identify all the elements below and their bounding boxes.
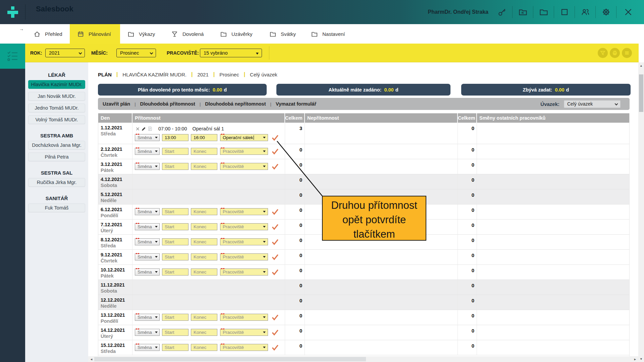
confirm-check-button[interactable] (272, 209, 278, 215)
confirm-check-button[interactable] (272, 148, 278, 155)
staff-item[interactable]: Jedno Tomáš MUDr. (28, 104, 85, 112)
back-arrow-icon[interactable]: → (19, 26, 24, 32)
year-select[interactable]: 2021 (45, 49, 85, 57)
end-time-input[interactable]: Konec (191, 344, 217, 351)
scroll-up-arrow[interactable]: ▲ (640, 64, 643, 67)
workplace-combo[interactable]: Pracoviště (220, 208, 268, 215)
folder-n-icon[interactable]: N (513, 0, 533, 24)
start-time-input[interactable]: Start (162, 268, 189, 276)
nav-tab[interactable]: Nastavení (304, 24, 347, 44)
confirm-check-button[interactable] (272, 345, 278, 351)
workplace-combo[interactable]: Pracoviště (220, 238, 268, 245)
workplace-combo[interactable]: Pracoviště (220, 253, 268, 260)
end-time-input[interactable]: Konec (191, 268, 217, 276)
staff-item[interactable]: Jan Novák MUDr. (28, 92, 85, 101)
close-icon[interactable] (616, 0, 640, 24)
confirm-check-button[interactable] (272, 254, 278, 260)
end-time-input[interactable]: Konec (191, 223, 217, 230)
start-time-input[interactable]: Start (162, 163, 189, 170)
scroll-right-arrow[interactable]: ► (634, 358, 637, 361)
start-time-input[interactable]: Start (162, 314, 189, 321)
start-time-input[interactable]: 13:00 (162, 134, 189, 141)
users-icon[interactable] (575, 0, 595, 24)
nav-tab[interactable]: Uzávěrky (213, 24, 262, 44)
print-icon[interactable] (610, 48, 620, 58)
key-icon[interactable] (492, 0, 512, 24)
edit-entry-icon[interactable] (142, 127, 146, 131)
end-time-input[interactable]: Konec (191, 253, 217, 260)
end-time-input[interactable]: Konec (191, 208, 217, 215)
start-time-input[interactable]: Start (162, 238, 189, 245)
app-logo[interactable] (0, 0, 25, 24)
end-time-input[interactable]: Konec (191, 238, 217, 245)
start-time-input[interactable]: Start (162, 223, 189, 230)
workplace-combo[interactable]: Pracoviště (220, 329, 268, 336)
contract-select[interactable]: Celý úvazek (564, 100, 621, 108)
window-restore-icon[interactable] (554, 0, 575, 24)
staff-item[interactable]: Hlavička Kazimír MUDr. (28, 80, 85, 89)
shift-select[interactable]: Směna (135, 223, 160, 230)
checklist-panel-button[interactable] (0, 44, 25, 69)
horizontal-scrollbar[interactable]: ◄ ► (88, 356, 638, 362)
shift-select[interactable]: Směna (135, 253, 160, 260)
shift-select[interactable]: Směna (135, 268, 160, 276)
staff-item[interactable]: Docházková Jana Mgr. (28, 141, 85, 149)
confirm-check-button[interactable] (272, 329, 278, 336)
menu-icon[interactable] (622, 48, 632, 58)
shift-select[interactable]: Směna (135, 314, 160, 321)
nav-tab[interactable]: Plánování (70, 24, 120, 44)
shift-select[interactable]: Směna (135, 238, 160, 245)
close-plan-link[interactable]: Uzavřít plán (103, 101, 130, 107)
start-time-input[interactable]: Start (162, 148, 189, 155)
workplace-select[interactable]: 15 vybráno (200, 49, 262, 57)
folder-icon[interactable] (533, 0, 554, 24)
confirm-check-button[interactable] (272, 269, 278, 275)
vertical-scrollbar[interactable]: ▲ ▼ (638, 62, 644, 362)
start-time-input[interactable]: Start (162, 208, 189, 215)
scroll-down-arrow[interactable]: ▼ (640, 357, 643, 361)
scroll-left-arrow[interactable]: ◄ (90, 358, 93, 361)
nav-tab[interactable]: Dovolená (164, 24, 213, 44)
staff-item[interactable]: Pilná Petra (28, 153, 85, 161)
shift-select[interactable]: Směna (135, 329, 160, 336)
nav-tab[interactable]: Přehled (29, 24, 70, 44)
confirm-check-button[interactable] (272, 239, 278, 245)
month-select[interactable]: Prosinec (116, 49, 156, 57)
horizontal-scroll-thumb[interactable] (94, 357, 366, 361)
vertical-scroll-thumb[interactable] (639, 74, 643, 112)
start-time-input[interactable]: Start (162, 329, 189, 336)
filter-icon[interactable] (598, 48, 608, 58)
start-time-input[interactable]: Start (162, 344, 189, 351)
confirm-check-button[interactable] (272, 164, 278, 170)
long-presence-link[interactable]: Dlouhodobá přítomnost (140, 101, 195, 107)
workplace-combo[interactable]: Pracoviště (220, 163, 268, 170)
nav-tab[interactable]: Výkazy (120, 24, 164, 44)
shift-select[interactable]: Směna (135, 134, 160, 141)
workplace-combo[interactable]: Pracoviště (220, 344, 268, 351)
shift-select[interactable]: Směna (135, 163, 160, 170)
shift-select[interactable]: Směna (135, 148, 160, 155)
workplace-combo[interactable]: Pracoviště (220, 268, 268, 276)
nav-tab[interactable]: Svátky (262, 24, 304, 44)
long-absence-link[interactable]: Dlouhodobá nepřítomnost (205, 101, 266, 107)
start-time-input[interactable]: Start (162, 253, 189, 260)
staff-item[interactable]: Ručička Jirka Mgr. (28, 178, 85, 187)
copy-entry-icon[interactable] (148, 126, 152, 131)
gear-icon[interactable] (596, 0, 616, 24)
shift-select[interactable]: Směna (135, 344, 160, 351)
delete-entry-icon[interactable] (136, 127, 140, 131)
end-time-input[interactable]: Konec (191, 148, 217, 155)
end-time-input[interactable]: Konec (191, 314, 217, 321)
staff-item[interactable]: Fuk Tomáš (28, 203, 85, 212)
end-time-input[interactable]: Konec (191, 163, 217, 170)
confirm-check-button[interactable] (272, 224, 278, 230)
workplace-combo[interactable]: Pracoviště (220, 148, 268, 155)
workplace-combo[interactable]: Pracoviště (220, 314, 268, 321)
end-time-input[interactable]: 16:00 (191, 134, 217, 141)
staff-item[interactable]: Volný Tomáš MUDr. (28, 115, 85, 124)
clear-form-link[interactable]: Vymazat formulář (276, 101, 316, 107)
shift-select[interactable]: Směna (135, 208, 160, 215)
confirm-check-button[interactable] (272, 135, 278, 141)
workplace-combo[interactable]: Pracoviště (220, 223, 268, 230)
end-time-input[interactable]: Konec (191, 329, 217, 336)
